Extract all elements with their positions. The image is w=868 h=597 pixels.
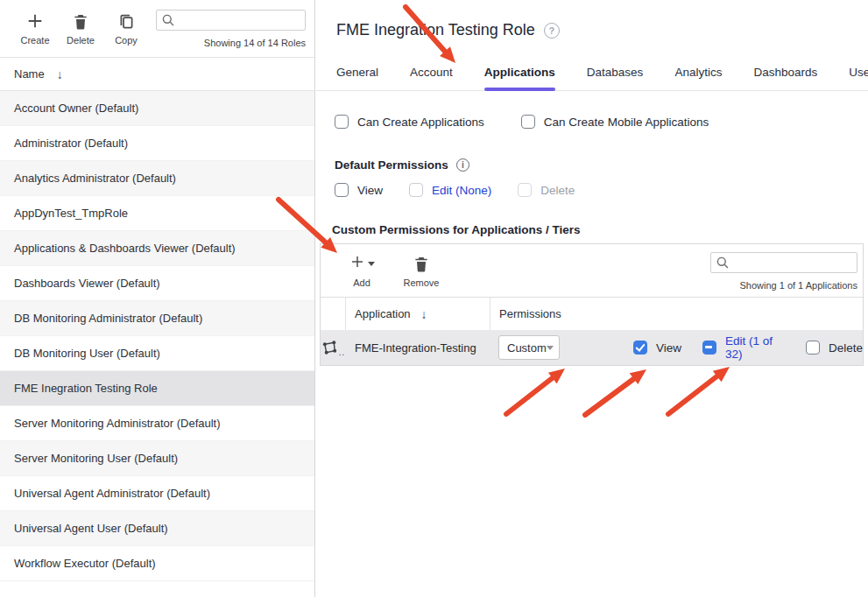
row-view-label: View <box>656 341 681 355</box>
delete-label: Delete <box>67 35 95 46</box>
tab-applications[interactable]: Applications <box>484 66 555 90</box>
remove-label: Remove <box>404 277 440 288</box>
icon-column-header <box>321 298 346 330</box>
role-item-server-monitoring-user[interactable]: Server Monitoring User (Default) <box>0 441 314 476</box>
table-row[interactable]: .. FME-Integration-Testing Custom View E… <box>321 330 863 365</box>
role-detail-panel: FME Inegration Testing Role ? General Ac… <box>316 0 868 597</box>
default-view-option: View <box>335 183 383 197</box>
can-create-applications-checkbox[interactable] <box>335 115 349 129</box>
roles-admin-screen: Create Delete Copy <box>0 0 868 597</box>
tab-databases[interactable]: Databases <box>587 66 644 90</box>
row-edit-checkbox[interactable] <box>702 341 716 355</box>
copy-label: Copy <box>115 35 138 46</box>
remove-application-button[interactable]: Remove <box>399 252 444 297</box>
role-item-appdyntest-tmprole[interactable]: AppDynTest_TmpRole <box>0 196 314 231</box>
can-create-mobile-applications-option: Can Create Mobile Applications <box>521 115 709 129</box>
applications-search-area: Showing 1 of 1 Applications <box>710 252 857 291</box>
copy-icon <box>117 10 136 32</box>
roles-search-input[interactable] <box>180 11 301 30</box>
page-title: FME Inegration Testing Role <box>336 21 535 39</box>
plus-icon <box>349 254 365 273</box>
info-icon[interactable]: i <box>456 158 469 172</box>
create-label: Create <box>20 35 49 46</box>
default-edit-checkbox[interactable] <box>409 183 423 197</box>
applications-table-header: Application ↓ Permissions <box>321 297 863 330</box>
application-column-label: Application <box>355 307 411 320</box>
roles-search-box <box>156 10 306 31</box>
add-application-button[interactable]: Add <box>339 252 385 297</box>
permission-mode-select[interactable]: Custom <box>498 335 560 360</box>
plus-icon <box>25 10 45 32</box>
row-view-checkbox[interactable] <box>633 341 647 355</box>
trash-icon <box>413 252 430 275</box>
row-delete-label: Delete <box>829 341 863 355</box>
search-icon <box>161 13 175 31</box>
delete-role-button[interactable]: Delete <box>58 10 103 46</box>
search-icon <box>716 256 730 273</box>
default-view-checkbox[interactable] <box>335 183 349 197</box>
add-label: Add <box>353 277 370 288</box>
trash-icon <box>72 10 89 32</box>
permission-mode-value: Custom <box>507 341 547 355</box>
default-permissions-title: Default Permissions <box>335 158 448 172</box>
application-flowmap-icon <box>321 340 338 358</box>
truncation-dots: .. <box>339 348 346 357</box>
caret-down-icon <box>368 262 375 266</box>
tab-user-accounts[interactable]: User a <box>849 66 868 90</box>
tab-analytics[interactable]: Analytics <box>674 66 722 90</box>
default-edit-option: Edit (None) <box>409 183 491 197</box>
role-item-universal-agent-administrator[interactable]: Universal Agent Administrator (Default) <box>0 476 314 511</box>
role-item-account-owner[interactable]: Account Owner (Default) <box>0 91 314 126</box>
role-item-universal-agent-user[interactable]: Universal Agent User (Default) <box>0 511 314 546</box>
role-item-dashboards-viewer[interactable]: Dashboards Viewer (Default) <box>0 266 314 301</box>
permissions-column-label: Permissions <box>499 307 561 320</box>
default-view-label: View <box>357 184 383 197</box>
application-column-header[interactable]: Application ↓ <box>346 298 490 330</box>
role-item-db-monitoring-administrator[interactable]: DB Monitoring Administrator (Default) <box>0 301 314 336</box>
role-item-applications-dashboards-viewer[interactable]: Applications & Dashboards Viewer (Defaul… <box>0 231 314 266</box>
applications-search-input[interactable] <box>734 253 853 272</box>
role-tabs: General Account Applications Databases A… <box>316 66 868 91</box>
role-item-db-monitoring-user[interactable]: DB Monitoring User (Default) <box>0 336 314 371</box>
can-create-applications-option: Can Create Applications <box>335 115 484 129</box>
role-item-analytics-administrator[interactable]: Analytics Administrator (Default) <box>0 161 314 196</box>
tab-general[interactable]: General <box>336 66 378 90</box>
row-edit-label[interactable]: Edit (1 of 32) <box>725 334 790 361</box>
application-name: FME-Integration-Testing <box>346 341 490 355</box>
row-delete-option: Delete <box>806 341 863 355</box>
roles-count-text: Showing 14 of 14 Roles <box>204 38 306 48</box>
row-delete-checkbox[interactable] <box>806 341 820 355</box>
roles-sidebar: Create Delete Copy <box>0 0 315 597</box>
default-delete-checkbox <box>518 183 532 197</box>
applications-count-text: Showing 1 of 1 Applications <box>739 280 857 291</box>
sort-descending-icon[interactable]: ↓ <box>57 67 63 81</box>
role-item-workflow-executor[interactable]: Workflow Executor (Default) <box>0 546 314 581</box>
default-delete-option: Delete <box>518 183 575 197</box>
permissions-column-header: Permissions <box>490 298 863 330</box>
create-role-button[interactable]: Create <box>12 10 58 46</box>
copy-role-button[interactable]: Copy <box>103 10 149 46</box>
role-list: Account Owner (Default) Administrator (D… <box>0 91 314 581</box>
custom-permissions-title: Custom Permissions for Applications / Ti… <box>332 223 581 236</box>
can-create-mobile-applications-label: Can Create Mobile Applications <box>544 116 709 129</box>
can-create-applications-label: Can Create Applications <box>357 116 484 129</box>
tab-account[interactable]: Account <box>410 66 453 90</box>
custom-permissions-table-container: Add Remove Showing 1 of 1 Applica <box>320 243 864 366</box>
create-capabilities-row: Can Create Applications Can Create Mobil… <box>335 115 868 129</box>
default-permissions-row: View Edit (None) Delete <box>335 183 868 197</box>
row-view-option: View <box>633 341 681 355</box>
help-icon[interactable]: ? <box>544 23 560 39</box>
default-edit-label[interactable]: Edit (None) <box>432 184 491 197</box>
role-item-fme-integration-testing-role[interactable]: FME Inegration Testing Role <box>0 371 314 406</box>
roles-name-header[interactable]: Name ↓ <box>0 58 314 91</box>
role-item-administrator[interactable]: Administrator (Default) <box>0 126 314 161</box>
sort-descending-icon[interactable]: ↓ <box>421 307 427 321</box>
name-header-label: Name <box>14 67 45 81</box>
tab-dashboards[interactable]: Dashboards <box>753 66 817 90</box>
can-create-mobile-applications-checkbox[interactable] <box>521 115 535 129</box>
default-delete-label: Delete <box>540 184 575 197</box>
chevron-down-icon <box>547 346 554 350</box>
role-item-server-monitoring-administrator[interactable]: Server Monitoring Administrator (Default… <box>0 406 314 441</box>
row-edit-option: Edit (1 of 32) <box>702 334 790 361</box>
roles-toolbar: Create Delete Copy <box>0 0 314 58</box>
